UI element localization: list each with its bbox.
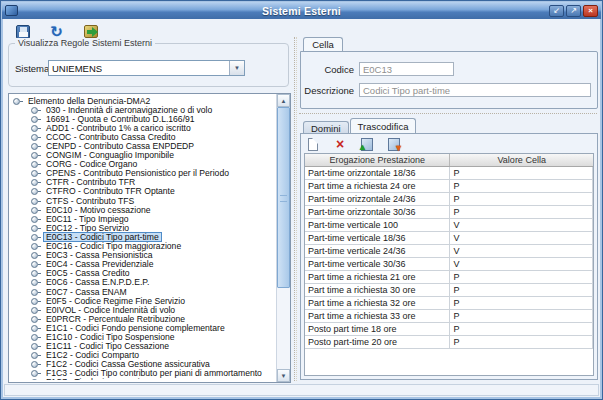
tree-node-icon[interactable] — [31, 115, 41, 123]
tree-node-icon[interactable] — [31, 315, 41, 323]
cell-valore: P — [450, 206, 593, 218]
tree-node-icon[interactable] — [31, 351, 41, 359]
table-row[interactable]: Part-time orizzontale 24/36P — [305, 193, 593, 206]
chevron-down-icon[interactable]: ▼ — [229, 61, 244, 75]
tree-node-icon[interactable] — [31, 151, 41, 159]
table-row[interactable]: Part-time orizzontale 18/36P — [305, 167, 593, 180]
tree-node-icon[interactable] — [13, 97, 23, 105]
horizontal-splitter[interactable] — [299, 113, 597, 116]
codice-field[interactable]: E0C13 — [359, 62, 454, 76]
cell-valore: P — [450, 284, 593, 296]
table-row[interactable]: Part time a richiesta 33 oreP — [305, 310, 593, 323]
cell-erogazione: Part-time verticale 18/36 — [305, 232, 450, 244]
tree-node-icon[interactable] — [31, 369, 41, 377]
descrizione-field[interactable]: Codici Tipo part-time — [359, 83, 591, 97]
delete-icon: × — [336, 138, 344, 151]
table-row[interactable]: Part time a richiesta 30 oreP — [305, 284, 593, 297]
tree-node-icon[interactable] — [31, 224, 41, 232]
tree-node-icon[interactable] — [31, 306, 41, 314]
tree-node-icon[interactable] — [31, 197, 41, 205]
scrollbar-thumb[interactable] — [277, 107, 290, 288]
table-row[interactable]: Part-time verticale 24/36V — [305, 245, 593, 258]
table-row[interactable]: Part-time verticale 30/36V — [305, 258, 593, 271]
cell-valore: P — [450, 323, 593, 335]
import-button[interactable]: ▲ — [359, 137, 375, 152]
minimize-button[interactable]: ↙ — [549, 5, 564, 17]
tree-node-icon[interactable] — [31, 297, 41, 305]
cell-valore: P — [450, 167, 593, 179]
scroll-down-icon[interactable]: ▼ — [277, 369, 290, 382]
tree-node-icon[interactable] — [31, 333, 41, 341]
cell-erogazione: Posto part time 18 ore — [305, 323, 450, 335]
tree: Elemento della Denuncia-DMA2030 - Indenn… — [11, 96, 275, 380]
refresh-icon: ↻ — [50, 25, 63, 39]
table-row[interactable]: Posto part-time 20 oreP — [305, 336, 593, 349]
tree-node-icon[interactable] — [31, 378, 41, 380]
tree-node-icon[interactable] — [31, 324, 41, 332]
codice-row: Codice E0C13 — [311, 62, 454, 76]
sistema-combobox[interactable]: UNIEMENS ▼ — [48, 60, 245, 76]
maximize-button[interactable]: ↗ — [566, 5, 581, 17]
tree-node-icon[interactable] — [31, 106, 41, 114]
tree-node-icon[interactable] — [31, 269, 41, 277]
table-row[interactable]: Part-time verticale 100V — [305, 219, 593, 232]
descrizione-label: Descrizione — [301, 85, 359, 96]
column-header-valore[interactable]: Valore Cella — [450, 154, 593, 166]
sistema-label: Sistema — [15, 63, 48, 74]
scroll-up-icon[interactable]: ▲ — [277, 94, 290, 107]
tree-node-icon[interactable] — [31, 251, 41, 259]
cell-erogazione: Part time a richiesta 33 ore — [305, 310, 450, 322]
tree-node-icon[interactable] — [31, 242, 41, 250]
table-row[interactable]: Posto part time 18 oreP — [305, 323, 593, 336]
tree-node-icon[interactable] — [31, 133, 41, 141]
codice-label: Codice — [311, 64, 359, 75]
tree-node-icon[interactable] — [31, 142, 41, 150]
cell-erogazione: Part time a richiesta 21 ore — [305, 271, 450, 283]
tree-node-icon[interactable] — [31, 124, 41, 132]
cell-erogazione: Part-time orizzontale 30/36 — [305, 206, 450, 218]
tree-scrollbar[interactable]: ▲ ▼ — [276, 94, 290, 382]
tab-trascodifica[interactable]: Trascodifica — [350, 118, 417, 134]
tree-node-icon[interactable] — [31, 178, 41, 186]
cell-erogazione: Part-time verticale 30/36 — [305, 258, 450, 270]
cell-valore: V — [450, 258, 593, 270]
tab-cella[interactable]: Cella — [303, 37, 343, 52]
table-row[interactable]: Part-time orizzontale 30/36P — [305, 206, 593, 219]
table-row[interactable]: Part-time verticale 18/36V — [305, 232, 593, 245]
titlebar: Sistemi Esterni ↙ ↗ × — [2, 2, 601, 19]
vertical-splitter[interactable] — [294, 37, 297, 381]
trascodifica-panel: × ▲ ▼ Erogazione Prestazione Valore Cell… — [300, 133, 598, 380]
save-icon — [16, 25, 30, 39]
export-button[interactable]: ▼ — [386, 137, 402, 152]
tree-node-icon[interactable] — [31, 342, 41, 350]
delete-row-button[interactable]: × — [332, 137, 348, 152]
tree-node-icon[interactable] — [31, 288, 41, 296]
trascodifica-toolbar: × ▲ ▼ — [305, 136, 402, 152]
app-window: Sistemi Esterni ↙ ↗ × ↻ Visualizza Regol… — [0, 0, 603, 400]
cell-erogazione: Part time a richiesta 32 ore — [305, 297, 450, 309]
tree-node-icon[interactable] — [31, 233, 41, 241]
descrizione-row: Descrizione Codici Tipo part-time — [301, 83, 591, 97]
tree-node-icon[interactable] — [31, 215, 41, 223]
close-button[interactable]: × — [583, 5, 598, 17]
table-row[interactable]: Part time a richiesta 21 oreP — [305, 271, 593, 284]
export-icon: ▼ — [388, 138, 400, 151]
import-icon: ▲ — [361, 138, 373, 151]
column-header-erogazione[interactable]: Erogazione Prestazione — [305, 154, 450, 166]
tree-node-icon[interactable] — [31, 260, 41, 268]
tree-node-icon[interactable] — [31, 360, 41, 368]
cell-valore: P — [450, 271, 593, 283]
detail-tabs: Domini Trascodifica — [303, 118, 417, 134]
new-row-button[interactable] — [305, 137, 321, 152]
exit-icon — [84, 25, 98, 38]
tree-node-icon[interactable] — [31, 160, 41, 168]
filter-groupbox: Visualizza Regole Sistemi Esterni Sistem… — [8, 43, 289, 87]
tree-node-icon[interactable] — [31, 187, 41, 195]
tree-node-icon[interactable] — [31, 206, 41, 214]
cell-valore: V — [450, 245, 593, 257]
table-row[interactable]: Part time a richiesta 24 oreP — [305, 180, 593, 193]
tree-node-icon[interactable] — [31, 169, 41, 177]
table-row[interactable]: Part time a richiesta 32 oreP — [305, 297, 593, 310]
tree-node-icon[interactable] — [31, 278, 41, 286]
cell-erogazione: Part-time orizzontale 24/36 — [305, 193, 450, 205]
